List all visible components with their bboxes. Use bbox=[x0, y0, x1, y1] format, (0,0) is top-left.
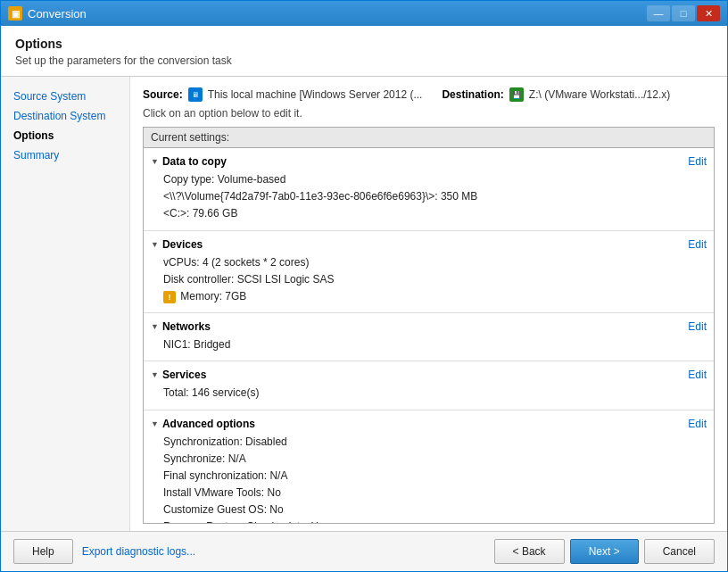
back-button[interactable]: < Back bbox=[494, 539, 565, 564]
section-header-advanced-options: ▼ Advanced options Edit bbox=[151, 414, 707, 432]
settings-panel: Current settings: ▼ Data to copy Edit C bbox=[143, 127, 715, 524]
list-item: Install VMware Tools: No bbox=[163, 485, 694, 502]
header-section: Options Set up the parameters for the co… bbox=[1, 26, 727, 77]
warning-icon: ! bbox=[163, 291, 176, 303]
dest-label: Destination: bbox=[442, 88, 503, 101]
dest-icon: 💾 bbox=[509, 87, 524, 102]
footer-left: Help Export diagnostic logs... bbox=[13, 539, 199, 564]
section-header-services: ▼ Services Edit bbox=[151, 365, 707, 383]
dest-value: Z:\ (VMware Workstati.../12.x) bbox=[529, 88, 670, 101]
window-title: Conversion bbox=[28, 7, 87, 21]
collapse-icon-devices: ▼ bbox=[151, 240, 159, 249]
section-header-data-to-copy: ▼ Data to copy Edit bbox=[151, 152, 707, 170]
cancel-button[interactable]: Cancel bbox=[644, 539, 715, 564]
footer: Help Export diagnostic logs... < Back Ne… bbox=[1, 531, 727, 571]
source-icon: 🖥 bbox=[188, 87, 203, 102]
collapse-icon-services: ▼ bbox=[151, 370, 159, 379]
list-item: vCPUs: 4 (2 sockets * 2 cores) bbox=[163, 254, 694, 271]
next-button[interactable]: Next > bbox=[570, 539, 639, 564]
section-devices: ▼ Devices Edit vCPUs: 4 (2 sockets * 2 c… bbox=[144, 231, 714, 313]
settings-header: Current settings: bbox=[144, 128, 714, 148]
source-label: Source: bbox=[143, 88, 183, 101]
sidebar-item-destination-system[interactable]: Destination System bbox=[8, 107, 122, 125]
app-icon: ▣ bbox=[8, 6, 22, 21]
section-title-services: ▼ Services bbox=[151, 369, 206, 381]
sidebar: Source System Destination System Options… bbox=[1, 77, 130, 531]
list-item: Synchronization: Disabled bbox=[163, 434, 694, 451]
content-area: Source: 🖥 This local machine [Windows Se… bbox=[130, 77, 727, 531]
close-button[interactable]: ✕ bbox=[697, 5, 720, 21]
list-item: Synchronize: N/A bbox=[163, 451, 694, 468]
main-window: ▣ Conversion — □ ✕ Options Set up the pa… bbox=[0, 0, 728, 572]
minimize-button[interactable]: — bbox=[647, 5, 670, 21]
edit-link-devices[interactable]: Edit bbox=[688, 238, 707, 251]
list-item: Copy type: Volume-based bbox=[163, 171, 694, 188]
section-services: ▼ Services Edit Total: 146 service(s) bbox=[144, 361, 714, 409]
list-item: Customize Guest OS: No bbox=[163, 502, 694, 518]
list-item: <\\?\Volume{74d2a79f-7ab0-11e3-93ec-806e… bbox=[163, 188, 694, 205]
list-item: Final synchronization: N/A bbox=[163, 468, 694, 485]
settings-body[interactable]: ▼ Data to copy Edit Copy type: Volume-ba… bbox=[144, 148, 714, 523]
edit-link-networks[interactable]: Edit bbox=[688, 320, 707, 333]
section-data-to-copy: ▼ Data to copy Edit Copy type: Volume-ba… bbox=[144, 148, 714, 230]
title-bar-controls: — □ ✕ bbox=[647, 5, 720, 21]
page-subtitle: Set up the parameters for the conversion… bbox=[15, 54, 713, 67]
collapse-icon-advanced-options: ▼ bbox=[151, 419, 159, 428]
page-title: Options bbox=[15, 37, 713, 51]
export-logs-button[interactable]: Export diagnostic logs... bbox=[79, 539, 199, 564]
section-title-advanced-options: ▼ Advanced options bbox=[151, 418, 255, 430]
list-item: NIC1: Bridged bbox=[163, 336, 694, 353]
section-title-data-to-copy: ▼ Data to copy bbox=[151, 155, 227, 168]
section-networks: ▼ Networks Edit NIC1: Bridged bbox=[144, 313, 714, 361]
source-value: This local machine [Windows Server 2012 … bbox=[208, 88, 423, 101]
section-content-services: Total: 146 service(s) bbox=[151, 383, 707, 405]
edit-link-data-to-copy[interactable]: Edit bbox=[688, 155, 707, 168]
click-hint: Click on an option below to edit it. bbox=[143, 107, 715, 120]
source-dest-bar: Source: 🖥 This local machine [Windows Se… bbox=[143, 87, 715, 102]
title-bar: ▣ Conversion — □ ✕ bbox=[1, 1, 727, 26]
section-content-devices: vCPUs: 4 (2 sockets * 2 cores) Disk cont… bbox=[151, 253, 707, 310]
section-content-advanced-options: Synchronization: Disabled Synchronize: N… bbox=[151, 432, 707, 524]
maximize-button[interactable]: □ bbox=[672, 5, 695, 21]
list-item: Disk controller: SCSI LSI Logic SAS bbox=[163, 271, 694, 288]
section-header-devices: ▼ Devices Edit bbox=[151, 235, 707, 253]
edit-link-services[interactable]: Edit bbox=[688, 369, 707, 381]
section-content-networks: NIC1: Bridged bbox=[151, 335, 707, 357]
footer-right: < Back Next > Cancel bbox=[494, 539, 715, 564]
sidebar-item-summary[interactable]: Summary bbox=[8, 146, 122, 164]
section-advanced-options: ▼ Advanced options Edit Synchronization:… bbox=[144, 410, 714, 524]
sidebar-item-source-system[interactable]: Source System bbox=[8, 87, 122, 105]
title-bar-left: ▣ Conversion bbox=[8, 6, 87, 21]
edit-link-advanced-options[interactable]: Edit bbox=[688, 418, 707, 430]
collapse-icon-networks: ▼ bbox=[151, 322, 159, 331]
list-item: <C:>: 79.66 GB bbox=[163, 205, 694, 222]
main-content: Source System Destination System Options… bbox=[1, 77, 727, 531]
collapse-icon-data-to-copy: ▼ bbox=[151, 157, 159, 166]
section-content-data-to-copy: Copy type: Volume-based <\\?\Volume{74d2… bbox=[151, 170, 707, 227]
list-item: Remove Restore Checkpoints: Yes bbox=[163, 518, 694, 523]
section-title-networks: ▼ Networks bbox=[151, 320, 211, 333]
section-title-devices: ▼ Devices bbox=[151, 238, 203, 251]
section-header-networks: ▼ Networks Edit bbox=[151, 317, 707, 335]
list-item: ! Memory: 7GB bbox=[163, 288, 694, 305]
list-item: Total: 146 service(s) bbox=[163, 385, 694, 402]
help-button[interactable]: Help bbox=[13, 539, 73, 564]
sidebar-item-options: Options bbox=[8, 127, 122, 145]
